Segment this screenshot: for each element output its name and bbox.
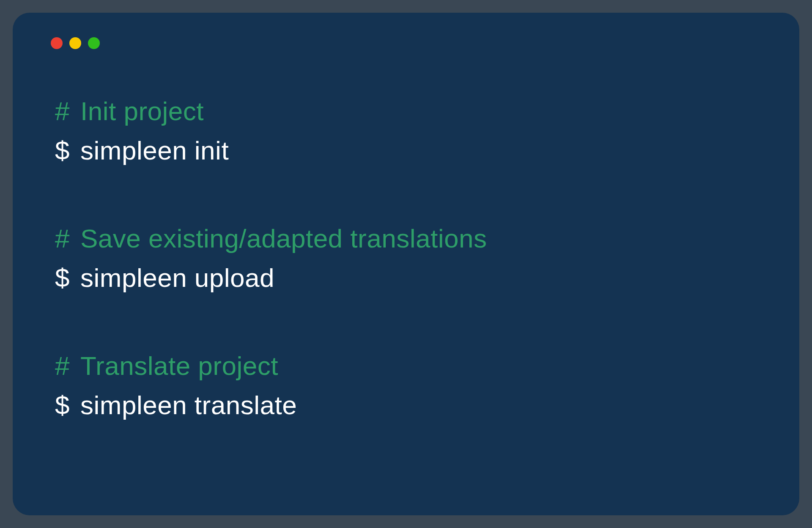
close-icon[interactable] — [51, 37, 63, 49]
prompt-symbol: $ — [55, 131, 80, 170]
terminal-window: #Init project $simpleen init #Save exist… — [13, 13, 799, 515]
maximize-icon[interactable] — [88, 37, 100, 49]
command-line: $simpleen upload — [55, 258, 774, 297]
terminal-block: #Save existing/adapted translations $sim… — [55, 219, 774, 297]
terminal-block: #Init project $simpleen init — [55, 91, 774, 170]
comment-prefix: # — [55, 219, 80, 258]
comment-text: Save existing/adapted translations — [80, 224, 487, 253]
command-line: $simpleen init — [55, 131, 774, 170]
comment-prefix: # — [55, 346, 80, 385]
comment-line: #Save existing/adapted translations — [55, 219, 774, 258]
comment-prefix: # — [55, 91, 80, 131]
command-text: simpleen init — [80, 136, 229, 165]
comment-line: #Translate project — [55, 346, 774, 385]
command-line: $simpleen translate — [55, 385, 774, 425]
traffic-lights — [38, 34, 774, 49]
comment-line: #Init project — [55, 91, 774, 131]
comment-text: Init project — [80, 96, 204, 126]
comment-text: Translate project — [80, 351, 278, 380]
command-text: simpleen upload — [80, 263, 274, 292]
command-text: simpleen translate — [80, 390, 297, 420]
terminal-block: #Translate project $simpleen translate — [55, 346, 774, 425]
minimize-icon[interactable] — [69, 37, 81, 49]
prompt-symbol: $ — [55, 258, 80, 297]
terminal-content: #Init project $simpleen init #Save exist… — [38, 91, 774, 425]
prompt-symbol: $ — [55, 385, 80, 425]
